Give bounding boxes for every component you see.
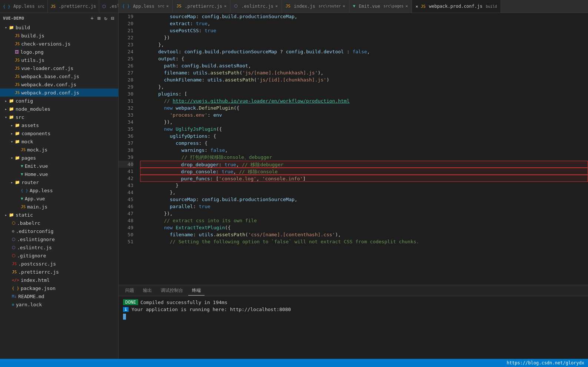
tree-item-babelrc[interactable]: ⬡ .babelrc: [0, 219, 118, 227]
tree-label-config: config: [16, 98, 33, 104]
tree-label-webpack-dev: webpack.dev.conf.js: [21, 82, 76, 87]
arrow-mock: ▾: [9, 140, 15, 144]
tree-item-package-json[interactable]: { } package.json: [0, 284, 118, 292]
tree-item-build-js[interactable]: JS build.js: [0, 31, 118, 40]
tree-item-webpack-prod[interactable]: JS webpack.prod.conf.js: [0, 89, 118, 97]
json-icon: { }: [12, 286, 19, 291]
terminal-tab-output-label: 输出: [143, 288, 152, 293]
js-icon-tab-index: JS: [286, 4, 290, 9]
code-line-37: compress: {: [141, 140, 588, 147]
terminal-tab-debug[interactable]: 调试控制台: [157, 286, 187, 295]
tree-item-utils[interactable]: JS utils.js: [0, 56, 118, 64]
postcss-icon: JS: [12, 261, 17, 266]
tree-label-build-js: build.js: [21, 33, 44, 39]
tree-item-index-html[interactable]: </> index.html: [0, 276, 118, 284]
tree-label-babelrc: .babelrc: [17, 220, 40, 226]
tree-item-mock[interactable]: ▾ 📁 mock: [0, 137, 118, 146]
new-file-btn[interactable]: +: [89, 15, 94, 21]
tree-item-components[interactable]: ▸ 📁 components: [0, 129, 118, 137]
tree-item-src[interactable]: ▾ 📁 src: [0, 113, 118, 121]
editor-tab-webpack-prod[interactable]: ✕ JS webpack.prod.conf.js build: [412, 0, 501, 13]
tree-item-webpack-base[interactable]: JS webpack.base.conf.js: [0, 72, 118, 80]
vue-icon-tab-emit: ▼: [353, 4, 356, 9]
terminal-tab-issues-label: 问题: [125, 288, 134, 293]
prettier-icon-tab: JS: [176, 4, 181, 9]
tree-item-emit-vue[interactable]: ▼ Emit.vue: [0, 162, 118, 170]
tree-item-eslintrc[interactable]: ⬡ .eslintrc.js: [0, 243, 118, 251]
tree-item-app-less[interactable]: { } App.less: [0, 186, 118, 194]
tree-item-prettierrc[interactable]: JS .prettierrc.js: [0, 268, 118, 276]
tree-item-build[interactable]: ▾ 📁 build: [0, 23, 118, 31]
tree-item-config[interactable]: ▸ 📁 config: [0, 97, 118, 105]
editor-tab-app-less[interactable]: { } App.less src ✕: [119, 0, 173, 13]
tree-item-main-js[interactable]: JS main.js: [0, 203, 118, 211]
editor-tab-webpack-prod-label: webpack.prod.conf.js: [429, 4, 483, 9]
terminal-tabs: 问题 输出 调试控制台 终端: [119, 285, 588, 296]
tree-item-assets[interactable]: ▸ 📁 assets: [0, 121, 118, 129]
tree-item-webpack-dev[interactable]: JS webpack.dev.conf.js: [0, 80, 118, 89]
close-app-less[interactable]: ✕: [166, 4, 169, 9]
terminal-tab-terminal[interactable]: 终端: [188, 286, 205, 296]
arrow-src: ▾: [3, 115, 9, 119]
editor-tab-indexjs[interactable]: JS index.js src\router ✕: [282, 0, 349, 13]
arrow-static: ▸: [3, 213, 9, 217]
folder-icon-router: 📁: [15, 180, 20, 185]
tab-prettierrc[interactable]: JS .prettierrc.js: [48, 0, 99, 13]
tree-item-gitignore[interactable]: ⬡ .gitignore: [0, 251, 118, 260]
tree-label-assets: assets: [21, 123, 39, 128]
code-line-45: sourceMap: config.build.productionSource…: [141, 196, 588, 203]
code-line-33: 'process.env': env: [141, 111, 588, 119]
tree-item-check-versions[interactable]: JS check-versions.js: [0, 40, 118, 48]
tree-label-app-vue: App.vue: [25, 196, 45, 201]
tree-label-prettierrc: .prettierrc.js: [18, 269, 59, 275]
new-folder-btn[interactable]: ⊞: [96, 15, 102, 21]
tree-item-static[interactable]: ▸ 📁 static: [0, 211, 118, 219]
terminal-tab-output[interactable]: 输出: [139, 286, 156, 295]
code-line-46: parallel: true: [141, 203, 588, 210]
code-line-29: },: [141, 83, 588, 90]
close-indexjs[interactable]: ✕: [343, 4, 345, 9]
code-line-27: filename: utils.assetsPath('js/[name].[c…: [141, 69, 588, 76]
editor-tab-prettierrc[interactable]: JS .prettierrc.js ✕: [173, 0, 230, 13]
tree-item-logo[interactable]: 🖼 logo.png: [0, 48, 118, 56]
tree-item-yarn-lock[interactable]: ⊛ yarn.lock: [0, 300, 118, 308]
png-icon-logo: 🖼: [15, 50, 19, 54]
terminal-tab-terminal-label: 终端: [192, 288, 201, 293]
code-line-20: extract: true,: [141, 20, 588, 27]
tab-eslintrc[interactable]: ⬡ .eslintrc.js: [99, 0, 118, 13]
collapse-btn[interactable]: ⊟: [110, 15, 115, 21]
code-content[interactable]: sourceMap: config.build.productionSource…: [137, 13, 588, 285]
tree-label-main-js: main.js: [27, 204, 47, 210]
tree-label-mock: mock: [21, 139, 33, 144]
modified-dot: ✕: [416, 4, 418, 9]
tree-item-editorconfig[interactable]: ⚙ .editorconfig: [0, 227, 118, 235]
code-line-25: output: {: [141, 55, 588, 62]
tree-item-postcssrc[interactable]: JS .postcssrc.js: [0, 260, 118, 268]
js-icon-vue-loader: JS: [15, 66, 20, 71]
folder-icon-src: 📁: [9, 115, 14, 120]
tree-item-mock-js[interactable]: JS mock.js: [0, 146, 118, 154]
close-prettierrc[interactable]: ✕: [224, 4, 227, 9]
js-icon-webpack-prod: JS: [15, 90, 20, 95]
tab-app-less[interactable]: { } App.less src: [0, 0, 48, 13]
close-emit-vue[interactable]: ✕: [405, 4, 408, 9]
tree-item-app-vue[interactable]: ▼ App.vue: [0, 194, 118, 203]
tree-item-node-modules[interactable]: ▸ 📁 node_modules: [0, 105, 118, 113]
tree-item-vue-loader[interactable]: JS vue-loader.conf.js: [0, 64, 118, 72]
tree-item-pages[interactable]: ▾ 📁 pages: [0, 154, 118, 162]
terminal-tab-issues[interactable]: 问题: [122, 286, 138, 295]
tree-item-home-vue[interactable]: ▼ Home.vue: [0, 170, 118, 178]
refresh-btn[interactable]: ↻: [103, 15, 108, 21]
tree-item-router[interactable]: ▸ 📁 router: [0, 178, 118, 186]
done-badge: DONE: [123, 299, 138, 305]
prettier-icon: JS: [51, 4, 56, 9]
vue-icon-app: ▼: [21, 196, 23, 201]
tree-item-eslintignore[interactable]: ⬡ .eslintignore: [0, 235, 118, 243]
file-tree: ▾ 📁 build JS build.js JS check-vers: [0, 23, 118, 308]
info-badge: i: [123, 307, 129, 312]
tree-label-package-json: package.json: [21, 286, 56, 291]
editor-tab-eslintrc[interactable]: ⬡ .eslintrc.js ✕: [230, 0, 282, 13]
close-eslintrc[interactable]: ✕: [275, 4, 278, 9]
tree-item-readme[interactable]: M↓ README.md: [0, 292, 118, 300]
editor-tab-emit-vue[interactable]: ▼ Emit.vue src\pages ✕: [349, 0, 412, 13]
